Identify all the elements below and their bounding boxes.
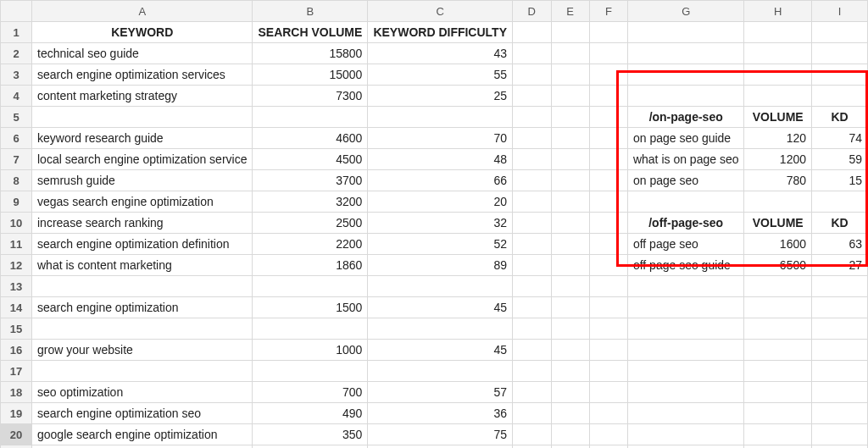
cell[interactable] — [589, 361, 627, 382]
cell[interactable] — [627, 22, 744, 43]
cell[interactable] — [551, 318, 589, 340]
cell[interactable]: 52 — [368, 234, 513, 255]
cell[interactable] — [513, 170, 552, 191]
cell[interactable] — [551, 445, 589, 449]
cell[interactable] — [627, 445, 744, 449]
cell[interactable] — [627, 318, 744, 340]
row-header[interactable]: 9 — [1, 191, 32, 213]
cell[interactable] — [627, 382, 744, 403]
cell[interactable] — [744, 424, 812, 445]
cell[interactable] — [551, 276, 589, 297]
cell[interactable]: 120 — [744, 128, 812, 149]
cell[interactable] — [589, 22, 627, 43]
cell[interactable] — [551, 382, 589, 403]
cell[interactable]: google search engine optimization — [32, 424, 253, 445]
cell[interactable] — [513, 234, 552, 255]
cell[interactable] — [513, 382, 552, 403]
row-header-active[interactable]: 20 — [1, 424, 32, 445]
cell[interactable]: 27 — [812, 255, 868, 276]
cell[interactable] — [513, 213, 552, 234]
cell[interactable]: 1200 — [744, 149, 812, 170]
cell[interactable] — [589, 340, 627, 361]
cell[interactable] — [253, 318, 368, 340]
cell[interactable]: 200 — [253, 445, 368, 449]
cell[interactable] — [589, 318, 627, 340]
cell[interactable]: grow website — [32, 445, 253, 449]
cell[interactable]: 350 — [253, 424, 368, 445]
cell[interactable]: KEYWORD — [32, 22, 253, 43]
cell[interactable] — [589, 149, 627, 170]
cell[interactable]: 20 — [368, 191, 513, 213]
cell[interactable] — [551, 22, 589, 43]
cell[interactable]: /off-page-seo — [627, 213, 744, 234]
cell[interactable]: VOLUME — [744, 213, 812, 234]
col-header-G[interactable]: G — [627, 1, 744, 22]
row-header[interactable]: 4 — [1, 86, 32, 107]
cell[interactable] — [513, 424, 552, 445]
cell[interactable]: local search engine optimization service — [32, 149, 253, 170]
cell[interactable]: what is content marketing — [32, 255, 253, 276]
row-header[interactable]: 8 — [1, 170, 32, 191]
cell[interactable] — [744, 318, 812, 340]
cell[interactable] — [812, 22, 868, 43]
cell[interactable]: 490 — [253, 403, 368, 424]
cell[interactable] — [627, 43, 744, 64]
cell[interactable] — [589, 107, 627, 128]
cell[interactable] — [812, 340, 868, 361]
cell[interactable] — [812, 297, 868, 318]
cell[interactable]: 48 — [368, 149, 513, 170]
cell[interactable]: content marketing strategy — [32, 86, 253, 107]
cell[interactable] — [32, 361, 253, 382]
cell[interactable] — [744, 22, 812, 43]
cell[interactable] — [589, 128, 627, 149]
cell[interactable]: 2200 — [253, 234, 368, 255]
cell[interactable]: 66 — [368, 170, 513, 191]
cell[interactable]: 4500 — [253, 149, 368, 170]
cell[interactable]: 45 — [368, 340, 513, 361]
cell[interactable] — [627, 191, 744, 213]
cell[interactable] — [513, 361, 552, 382]
cell[interactable] — [744, 276, 812, 297]
cell[interactable]: 1000 — [253, 340, 368, 361]
cell[interactable] — [627, 340, 744, 361]
cell[interactable] — [368, 276, 513, 297]
cell[interactable] — [812, 361, 868, 382]
cell[interactable] — [744, 191, 812, 213]
col-header-D[interactable]: D — [513, 1, 552, 22]
cell[interactable] — [812, 43, 868, 64]
cell[interactable] — [589, 86, 627, 107]
cell[interactable]: 55 — [368, 64, 513, 86]
cell[interactable]: 43 — [368, 43, 513, 64]
cell[interactable] — [513, 445, 552, 449]
cell[interactable]: 6500 — [744, 255, 812, 276]
cell[interactable] — [253, 107, 368, 128]
cell[interactable] — [513, 64, 552, 86]
col-header-H[interactable]: H — [744, 1, 812, 22]
cell[interactable] — [744, 340, 812, 361]
cell[interactable]: on page seo guide — [627, 128, 744, 149]
cell[interactable]: grow your website — [32, 340, 253, 361]
cell[interactable] — [513, 107, 552, 128]
cell[interactable]: 15 — [812, 170, 868, 191]
cell[interactable]: 15800 — [253, 43, 368, 64]
cell[interactable] — [513, 43, 552, 64]
cell[interactable] — [589, 64, 627, 86]
row-header[interactable]: 18 — [1, 382, 32, 403]
cell[interactable] — [551, 149, 589, 170]
row-header[interactable]: 10 — [1, 213, 32, 234]
row-header[interactable]: 5 — [1, 107, 32, 128]
cell[interactable] — [551, 234, 589, 255]
cell[interactable]: search engine optimization seo — [32, 403, 253, 424]
cell[interactable] — [551, 297, 589, 318]
cell[interactable] — [744, 445, 812, 449]
cell[interactable] — [551, 170, 589, 191]
cell[interactable] — [368, 107, 513, 128]
cell[interactable] — [812, 64, 868, 86]
cell[interactable] — [513, 191, 552, 213]
cell[interactable] — [744, 297, 812, 318]
cell[interactable] — [589, 213, 627, 234]
cell[interactable]: KD — [812, 107, 868, 128]
cell[interactable] — [627, 297, 744, 318]
cell[interactable] — [32, 318, 253, 340]
row-header[interactable]: 19 — [1, 403, 32, 424]
